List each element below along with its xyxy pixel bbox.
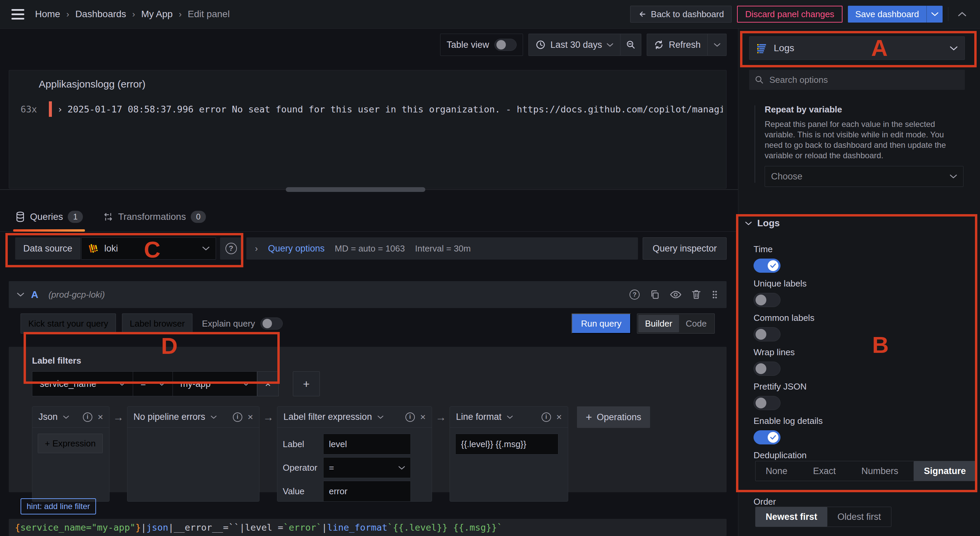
arrow-left-icon xyxy=(638,10,647,19)
delete-query-icon[interactable] xyxy=(692,290,701,300)
option-wrap-lines: Wrap lines xyxy=(754,347,795,376)
zoom-out-icon xyxy=(626,40,636,50)
hint-add-line-filter[interactable]: hint: add line filter xyxy=(21,498,96,514)
query-inspector-button[interactable]: Query inspector xyxy=(643,237,727,260)
repeat-variable-select[interactable]: Choose xyxy=(765,166,964,187)
add-expression-button[interactable]: + Expression xyxy=(38,434,103,453)
dedup-signature-option[interactable]: Signature xyxy=(913,461,976,481)
interval-value: Interval = 30m xyxy=(415,243,471,254)
remove-operation-icon[interactable]: × xyxy=(420,412,426,423)
order-oldest-first-option[interactable]: Oldest first xyxy=(827,507,891,526)
plus-icon: + xyxy=(586,411,592,423)
time-toggle[interactable] xyxy=(754,258,781,273)
unique-labels-toggle[interactable] xyxy=(754,293,781,307)
save-dashboard-button[interactable]: Save dashboard xyxy=(848,6,943,22)
info-icon[interactable]: i xyxy=(406,412,415,422)
options-search[interactable] xyxy=(749,70,965,90)
info-icon[interactable]: i xyxy=(542,412,551,422)
repeat-by-variable-heading: Repeat by variable xyxy=(765,105,964,115)
chevron-down-icon[interactable] xyxy=(507,415,513,419)
menu-icon[interactable] xyxy=(10,7,26,22)
breadcrumb-dashboard-name[interactable]: My App xyxy=(141,9,173,19)
datasource-help-button[interactable]: ? xyxy=(220,237,242,260)
chevron-down-icon[interactable] xyxy=(17,292,24,297)
query-help-icon[interactable]: ? xyxy=(630,290,640,300)
collapse-topbar-icon[interactable] xyxy=(954,6,970,22)
dedup-exact-option[interactable]: Exact xyxy=(803,461,846,481)
dedup-none-option[interactable]: None xyxy=(756,461,798,481)
visualization-picker[interactable]: Logs xyxy=(749,36,965,60)
table-view-control: Table view xyxy=(440,34,523,56)
zoom-out-time-button[interactable] xyxy=(620,34,641,56)
help-icon: ? xyxy=(226,243,237,254)
chevron-down-icon[interactable] xyxy=(63,415,69,419)
raw-query-token: | xyxy=(141,522,146,533)
refresh-interval-button[interactable] xyxy=(708,34,727,56)
datasource-picker[interactable]: loki xyxy=(81,237,216,260)
label-filter-key-select[interactable]: service_name xyxy=(32,371,133,396)
lfe-operator-select[interactable]: = xyxy=(323,457,411,478)
remove-operation-icon[interactable]: × xyxy=(98,412,103,423)
builder-mode-option[interactable]: Builder xyxy=(638,315,679,332)
hide-query-icon[interactable] xyxy=(670,290,681,300)
line-format-input[interactable] xyxy=(455,434,558,455)
query-options-bar[interactable]: › Query options MD = auto = 1063 Interva… xyxy=(247,237,638,260)
breadcrumb-dashboards[interactable]: Dashboards xyxy=(75,9,126,19)
label-filter-value-select[interactable]: my-app xyxy=(173,371,257,396)
kick-start-query-button[interactable]: Kick start your query xyxy=(21,314,116,334)
order-newest-first-option[interactable]: Newest first xyxy=(756,507,827,526)
dedup-numbers-option[interactable]: Numbers xyxy=(851,461,908,481)
refresh-button[interactable]: Refresh xyxy=(647,34,708,56)
remove-label-filter-button[interactable]: × xyxy=(257,371,279,396)
remove-operation-icon[interactable]: × xyxy=(248,412,253,423)
label-filter-operator-select[interactable]: = xyxy=(133,371,173,396)
run-query-button[interactable]: Run query xyxy=(571,314,631,334)
log-expand-icon[interactable]: › xyxy=(57,104,63,114)
options-search-input[interactable] xyxy=(769,75,959,86)
raw-query-token: level = xyxy=(245,522,283,533)
operation-json: Json i × + Expression xyxy=(32,406,110,502)
enable-log-details-toggle[interactable] xyxy=(754,430,781,444)
query-header[interactable]: A (prod-gcp-loki) ? xyxy=(9,281,727,308)
discard-panel-changes-button[interactable]: Discard panel changes xyxy=(737,6,843,22)
query-options-link[interactable]: Query options xyxy=(268,243,325,254)
chevron-down-icon[interactable] xyxy=(377,415,383,419)
chevron-down-icon xyxy=(202,246,210,251)
chevron-down-icon xyxy=(606,43,613,47)
operation-line-format: Line format i × xyxy=(450,406,568,502)
table-view-toggle[interactable] xyxy=(495,39,517,51)
queries-count-badge: 1 xyxy=(68,211,83,223)
breadcrumb-home[interactable]: Home xyxy=(35,9,60,19)
log-row[interactable]: 63x › 2025-01-17 08:58:37.996 error No s… xyxy=(21,101,723,117)
tab-queries[interactable]: Queries 1 xyxy=(15,202,83,232)
time-range-picker[interactable]: Last 30 days xyxy=(528,34,620,56)
explain-query-toggle[interactable] xyxy=(261,317,283,330)
common-labels-toggle[interactable] xyxy=(754,327,781,341)
raw-query-token: `error` xyxy=(283,522,322,533)
save-dashboard-menu-button[interactable] xyxy=(926,6,943,22)
remove-operation-icon[interactable]: × xyxy=(557,412,562,423)
pane-resize-handle[interactable] xyxy=(286,187,425,192)
info-icon[interactable]: i xyxy=(233,412,242,422)
log-duplicate-count: 63x xyxy=(21,104,49,114)
add-operations-button[interactable]: + Operations xyxy=(577,406,650,428)
drag-handle-icon[interactable] xyxy=(711,290,719,300)
query-datasource-hint: (prod-gcp-loki) xyxy=(49,290,105,300)
duplicate-query-icon[interactable] xyxy=(650,290,660,300)
lfe-label-input[interactable] xyxy=(323,434,411,455)
tab-transformations-label: Transformations xyxy=(118,211,186,222)
info-icon[interactable]: i xyxy=(83,412,92,422)
tab-transformations[interactable]: Transformations 0 xyxy=(103,202,206,232)
operation-no-pipeline-errors: No pipeline errors i × xyxy=(127,406,259,502)
logs-options-section-header[interactable]: Logs xyxy=(745,218,780,228)
back-to-dashboard-button[interactable]: Back to dashboard xyxy=(630,6,732,22)
lfe-value-input[interactable] xyxy=(323,481,411,502)
prettify-json-toggle[interactable] xyxy=(754,396,781,410)
time-range-label: Last 30 days xyxy=(550,40,602,50)
chevron-down-icon[interactable] xyxy=(211,415,217,419)
add-label-filter-button[interactable]: + xyxy=(293,371,320,396)
code-mode-option[interactable]: Code xyxy=(679,315,713,332)
label-browser-button[interactable]: Label browser xyxy=(122,314,192,334)
query-ref-id[interactable]: A xyxy=(31,289,38,300)
wrap-lines-toggle[interactable] xyxy=(754,362,781,376)
